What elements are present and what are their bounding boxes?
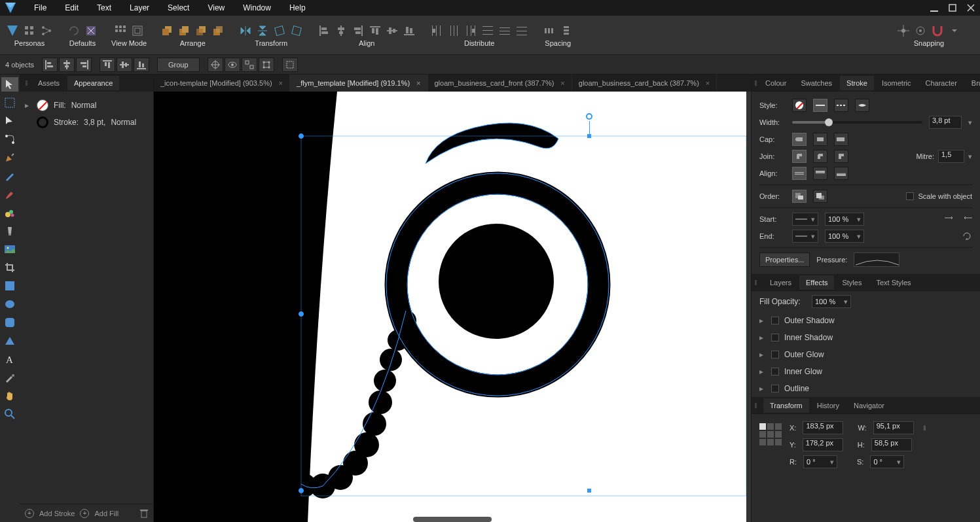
rectangle-tool[interactable] bbox=[1, 279, 18, 293]
node-tool[interactable] bbox=[1, 114, 18, 128]
dist-left-icon[interactable] bbox=[429, 24, 444, 38]
mitre-input[interactable]: 1,5 bbox=[938, 150, 964, 163]
y-input[interactable]: 178,2 px bbox=[803, 438, 843, 451]
chevron-down-icon[interactable]: ▾ bbox=[968, 152, 972, 161]
minimize-button[interactable] bbox=[925, 0, 943, 16]
triangle-tool[interactable] bbox=[1, 334, 18, 348]
h-input[interactable]: 58,5 px bbox=[871, 438, 912, 451]
tab-stroke[interactable]: Stroke bbox=[840, 76, 874, 90]
dist-center-h-icon[interactable] bbox=[446, 24, 461, 38]
text-tool[interactable]: A bbox=[1, 352, 18, 366]
order-front-button[interactable] bbox=[813, 190, 827, 203]
close-icon[interactable]: × bbox=[416, 79, 420, 87]
pen-tool[interactable] bbox=[1, 150, 18, 165]
flip-h-icon[interactable] bbox=[238, 24, 253, 38]
pixel-view-icon[interactable] bbox=[113, 24, 128, 38]
tab-text-styles[interactable]: Text Styles bbox=[869, 275, 917, 290]
ctx-show-alignment-icon[interactable] bbox=[282, 58, 298, 72]
fill-tool[interactable] bbox=[1, 224, 18, 238]
pencil-tool[interactable] bbox=[1, 169, 18, 183]
anchor-grid[interactable] bbox=[759, 423, 782, 445]
tab-transform[interactable]: Transform bbox=[763, 398, 809, 413]
zoom-tool[interactable] bbox=[1, 407, 18, 421]
align-bottom-icon[interactable] bbox=[402, 24, 416, 38]
place-image-tool[interactable] bbox=[1, 242, 18, 256]
r-input[interactable]: 0 °▾ bbox=[803, 455, 837, 468]
menu-text[interactable]: Text bbox=[88, 1, 120, 15]
scale-with-object-checkbox[interactable] bbox=[906, 192, 914, 200]
space-h-icon[interactable] bbox=[542, 24, 556, 38]
effect-outline[interactable]: ▸Outline bbox=[752, 380, 980, 397]
style-dash-button[interactable] bbox=[834, 99, 848, 112]
handle-tl[interactable] bbox=[299, 133, 304, 139]
move-front-icon[interactable] bbox=[160, 24, 174, 38]
close-icon[interactable]: × bbox=[706, 79, 710, 87]
flip-v-icon[interactable] bbox=[255, 24, 270, 38]
ctx-align-left-icon[interactable] bbox=[42, 58, 58, 72]
chevron-down-icon[interactable]: ▾ bbox=[968, 118, 972, 127]
properties-button[interactable]: Properties... bbox=[759, 252, 810, 267]
add-fill-plus-icon[interactable]: + bbox=[80, 509, 89, 518]
menu-help[interactable]: Help bbox=[280, 1, 315, 15]
tab-appearance[interactable]: Appearance bbox=[67, 76, 119, 90]
transform-origin-icon[interactable] bbox=[913, 24, 928, 38]
menu-window[interactable]: Window bbox=[234, 1, 280, 15]
stroke-swatch[interactable] bbox=[37, 116, 48, 128]
align-top-icon[interactable] bbox=[368, 24, 382, 38]
handle-ml[interactable] bbox=[299, 311, 304, 317]
snapping-dropdown-icon[interactable] bbox=[947, 24, 962, 38]
rotate-handle[interactable] bbox=[586, 113, 592, 120]
brush-tool[interactable] bbox=[1, 187, 18, 201]
ctx-align-bottom-icon[interactable] bbox=[134, 58, 149, 72]
handle-bl[interactable] bbox=[299, 488, 304, 493]
ctx-hide-selection-icon[interactable] bbox=[225, 58, 240, 72]
start-pct-dropdown[interactable]: 100 %▾ bbox=[825, 213, 864, 226]
trash-icon[interactable] bbox=[140, 509, 148, 518]
align-center-v-icon[interactable] bbox=[385, 24, 399, 38]
revert-defaults-icon[interactable] bbox=[84, 24, 98, 38]
space-v-icon[interactable] bbox=[559, 24, 573, 38]
doc-tab-1[interactable]: _flym_template [Modified] (919.1%)× bbox=[290, 75, 427, 92]
swap-arrows-button[interactable] bbox=[945, 216, 955, 222]
tab-navigator[interactable]: Navigator bbox=[847, 398, 891, 413]
rounded-rect-tool[interactable] bbox=[1, 315, 18, 330]
effect-outer-glow[interactable]: ▸Outer Glow bbox=[752, 346, 980, 363]
move-tool[interactable] bbox=[1, 77, 18, 92]
pressure-curve-button[interactable] bbox=[854, 252, 899, 267]
move-forward-icon[interactable] bbox=[177, 24, 191, 38]
join-mitre-button[interactable] bbox=[834, 150, 848, 163]
dist-top-icon[interactable] bbox=[481, 24, 495, 38]
tab-styles[interactable]: Styles bbox=[835, 275, 868, 290]
maximize-button[interactable] bbox=[943, 0, 962, 16]
scrollbar-horizontal[interactable] bbox=[413, 517, 492, 522]
panel-drag-icon[interactable]: ⦀ bbox=[22, 76, 30, 90]
close-button[interactable] bbox=[962, 0, 980, 16]
point-transform-tool[interactable] bbox=[1, 132, 18, 147]
checkbox[interactable] bbox=[771, 368, 779, 375]
tab-swatches[interactable]: Swatches bbox=[794, 76, 839, 90]
checkbox[interactable] bbox=[771, 334, 779, 341]
align-center-h-icon[interactable] bbox=[334, 24, 348, 38]
menu-file[interactable]: File bbox=[25, 1, 56, 15]
checkbox[interactable] bbox=[771, 351, 779, 358]
doc-tab-2[interactable]: gloam_business_card_front (387.7%)× bbox=[428, 75, 572, 92]
handle-tr[interactable] bbox=[587, 134, 591, 138]
effect-inner-shadow[interactable]: ▸Inner Shadow bbox=[752, 329, 980, 346]
sync-defaults-icon[interactable] bbox=[67, 24, 81, 38]
join-round-button[interactable] bbox=[792, 150, 807, 163]
ctx-align-top-icon[interactable] bbox=[100, 58, 115, 72]
menu-view[interactable]: View bbox=[198, 1, 234, 15]
add-stroke-button[interactable]: Add Stroke bbox=[39, 510, 75, 517]
menu-select[interactable]: Select bbox=[158, 1, 198, 15]
cap-square-button[interactable] bbox=[834, 133, 848, 146]
end-pct-dropdown[interactable]: 100 %▾ bbox=[825, 230, 864, 243]
view-tool[interactable] bbox=[1, 96, 18, 110]
checkbox[interactable] bbox=[771, 385, 779, 392]
point-transform-icon[interactable] bbox=[896, 24, 911, 38]
close-icon[interactable]: × bbox=[279, 79, 283, 87]
ctx-show-center-icon[interactable] bbox=[208, 58, 223, 72]
hand-tool[interactable] bbox=[1, 389, 18, 403]
stroke-row[interactable]: Stroke: 3,8 pt, Normal bbox=[25, 114, 148, 131]
doc-tab-0[interactable]: _icon-template [Modified] (903.5%)× bbox=[154, 75, 290, 92]
crop-tool[interactable] bbox=[1, 260, 18, 275]
